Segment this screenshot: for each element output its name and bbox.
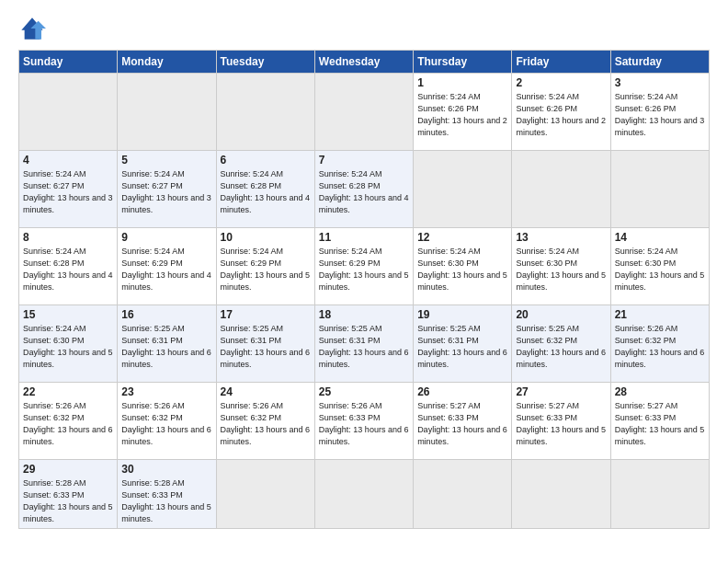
calendar-cell [19, 74, 118, 151]
logo [18, 15, 50, 42]
day-info: Sunrise: 5:24 AMSunset: 6:27 PMDaylight:… [121, 168, 211, 216]
day-number: 2 [516, 76, 606, 89]
calendar-cell: 6Sunrise: 5:24 AMSunset: 6:28 PMDaylight… [216, 151, 314, 228]
calendar-cell: 11Sunrise: 5:24 AMSunset: 6:29 PMDayligh… [314, 228, 413, 305]
calendar-cell: 26Sunrise: 5:27 AMSunset: 6:33 PMDayligh… [414, 383, 512, 460]
calendar-cell: 24Sunrise: 5:26 AMSunset: 6:32 PMDayligh… [216, 383, 314, 460]
calendar-cell [414, 460, 512, 529]
day-info: Sunrise: 5:25 AMSunset: 6:31 PMDaylight:… [221, 323, 311, 371]
day-info: Sunrise: 5:24 AMSunset: 6:30 PMDaylight:… [516, 246, 606, 293]
calendar-cell: 25Sunrise: 5:26 AMSunset: 6:33 PMDayligh… [314, 383, 413, 460]
day-number: 7 [319, 154, 409, 167]
day-info: Sunrise: 5:25 AMSunset: 6:31 PMDaylight:… [121, 323, 211, 371]
calendar-cell: 12Sunrise: 5:24 AMSunset: 6:30 PMDayligh… [414, 228, 512, 305]
day-info: Sunrise: 5:24 AMSunset: 6:29 PMDaylight:… [221, 246, 311, 293]
weekday-header: Tuesday [216, 51, 314, 74]
day-number: 8 [23, 231, 113, 244]
day-info: Sunrise: 5:26 AMSunset: 6:32 PMDaylight:… [615, 323, 705, 371]
calendar-cell [118, 74, 216, 151]
day-number: 6 [221, 154, 311, 167]
calendar-cell: 20Sunrise: 5:25 AMSunset: 6:32 PMDayligh… [512, 305, 610, 383]
day-number: 12 [417, 231, 507, 244]
day-info: Sunrise: 5:24 AMSunset: 6:30 PMDaylight:… [23, 323, 113, 371]
calendar-cell [314, 74, 413, 151]
calendar-cell: 27Sunrise: 5:27 AMSunset: 6:33 PMDayligh… [512, 383, 610, 460]
day-number: 27 [516, 385, 606, 398]
calendar-cell [216, 460, 314, 529]
logo-icon [18, 15, 46, 42]
calendar-cell: 1Sunrise: 5:24 AMSunset: 6:26 PMDaylight… [414, 74, 512, 151]
day-number: 22 [23, 385, 113, 398]
day-info: Sunrise: 5:28 AMSunset: 6:33 PMDaylight:… [23, 477, 113, 525]
calendar-cell [512, 460, 610, 529]
calendar-cell: 22Sunrise: 5:26 AMSunset: 6:32 PMDayligh… [19, 383, 118, 460]
calendar-cell: 2Sunrise: 5:24 AMSunset: 6:26 PMDaylight… [512, 74, 610, 151]
weekday-header: Monday [118, 51, 216, 74]
day-info: Sunrise: 5:24 AMSunset: 6:29 PMDaylight:… [319, 246, 409, 293]
day-number: 11 [319, 231, 409, 244]
day-number: 25 [319, 385, 409, 398]
calendar-cell [216, 74, 314, 151]
calendar-cell: 28Sunrise: 5:27 AMSunset: 6:33 PMDayligh… [610, 383, 709, 460]
calendar-cell [512, 151, 610, 228]
day-number: 17 [221, 308, 311, 321]
day-info: Sunrise: 5:24 AMSunset: 6:26 PMDaylight:… [615, 91, 705, 139]
day-number: 19 [417, 308, 507, 321]
day-info: Sunrise: 5:27 AMSunset: 6:33 PMDaylight:… [417, 400, 507, 448]
day-number: 28 [615, 385, 705, 398]
calendar-cell: 19Sunrise: 5:25 AMSunset: 6:31 PMDayligh… [414, 305, 512, 383]
day-number: 16 [121, 308, 211, 321]
weekday-header: Sunday [19, 51, 118, 74]
day-number: 29 [23, 463, 113, 476]
day-info: Sunrise: 5:24 AMSunset: 6:30 PMDaylight:… [615, 246, 705, 293]
day-number: 14 [615, 231, 705, 244]
calendar-cell [414, 151, 512, 228]
day-number: 5 [121, 154, 211, 167]
day-info: Sunrise: 5:24 AMSunset: 6:26 PMDaylight:… [417, 91, 507, 139]
day-info: Sunrise: 5:24 AMSunset: 6:28 PMDaylight:… [23, 246, 113, 293]
day-info: Sunrise: 5:26 AMSunset: 6:32 PMDaylight:… [121, 400, 211, 448]
day-info: Sunrise: 5:24 AMSunset: 6:30 PMDaylight:… [417, 246, 507, 293]
calendar-cell: 17Sunrise: 5:25 AMSunset: 6:31 PMDayligh… [216, 305, 314, 383]
day-info: Sunrise: 5:25 AMSunset: 6:32 PMDaylight:… [516, 323, 606, 371]
calendar-cell: 23Sunrise: 5:26 AMSunset: 6:32 PMDayligh… [118, 383, 216, 460]
day-info: Sunrise: 5:25 AMSunset: 6:31 PMDaylight:… [417, 323, 507, 371]
day-number: 23 [121, 385, 211, 398]
day-number: 21 [615, 308, 705, 321]
calendar-cell: 7Sunrise: 5:24 AMSunset: 6:28 PMDaylight… [314, 151, 413, 228]
calendar-table: SundayMondayTuesdayWednesdayThursdayFrid… [18, 50, 710, 529]
day-number: 9 [121, 231, 211, 244]
header [18, 15, 710, 42]
day-number: 1 [417, 76, 507, 89]
calendar-cell [610, 151, 709, 228]
day-info: Sunrise: 5:24 AMSunset: 6:28 PMDaylight:… [221, 168, 311, 216]
day-info: Sunrise: 5:25 AMSunset: 6:31 PMDaylight:… [319, 323, 409, 371]
calendar-cell: 14Sunrise: 5:24 AMSunset: 6:30 PMDayligh… [610, 228, 709, 305]
calendar-cell: 4Sunrise: 5:24 AMSunset: 6:27 PMDaylight… [19, 151, 118, 228]
day-info: Sunrise: 5:26 AMSunset: 6:33 PMDaylight:… [319, 400, 409, 448]
day-number: 3 [615, 76, 705, 89]
day-number: 15 [23, 308, 113, 321]
day-info: Sunrise: 5:28 AMSunset: 6:33 PMDaylight:… [121, 477, 211, 525]
day-info: Sunrise: 5:27 AMSunset: 6:33 PMDaylight:… [516, 400, 606, 448]
day-number: 30 [121, 463, 211, 476]
calendar-cell: 8Sunrise: 5:24 AMSunset: 6:28 PMDaylight… [19, 228, 118, 305]
day-number: 13 [516, 231, 606, 244]
day-number: 4 [23, 154, 113, 167]
day-number: 26 [417, 385, 507, 398]
day-info: Sunrise: 5:26 AMSunset: 6:32 PMDaylight:… [221, 400, 311, 448]
day-number: 18 [319, 308, 409, 321]
calendar-cell: 9Sunrise: 5:24 AMSunset: 6:29 PMDaylight… [118, 228, 216, 305]
calendar-cell: 29Sunrise: 5:28 AMSunset: 6:33 PMDayligh… [19, 460, 118, 529]
weekday-header: Wednesday [314, 51, 413, 74]
calendar-cell [314, 460, 413, 529]
day-info: Sunrise: 5:24 AMSunset: 6:26 PMDaylight:… [516, 91, 606, 139]
calendar-cell: 30Sunrise: 5:28 AMSunset: 6:33 PMDayligh… [118, 460, 216, 529]
calendar-cell [610, 460, 709, 529]
day-info: Sunrise: 5:27 AMSunset: 6:33 PMDaylight:… [615, 400, 705, 448]
calendar-cell: 3Sunrise: 5:24 AMSunset: 6:26 PMDaylight… [610, 74, 709, 151]
weekday-header: Thursday [414, 51, 512, 74]
calendar-cell: 10Sunrise: 5:24 AMSunset: 6:29 PMDayligh… [216, 228, 314, 305]
calendar-cell: 21Sunrise: 5:26 AMSunset: 6:32 PMDayligh… [610, 305, 709, 383]
calendar-cell: 13Sunrise: 5:24 AMSunset: 6:30 PMDayligh… [512, 228, 610, 305]
